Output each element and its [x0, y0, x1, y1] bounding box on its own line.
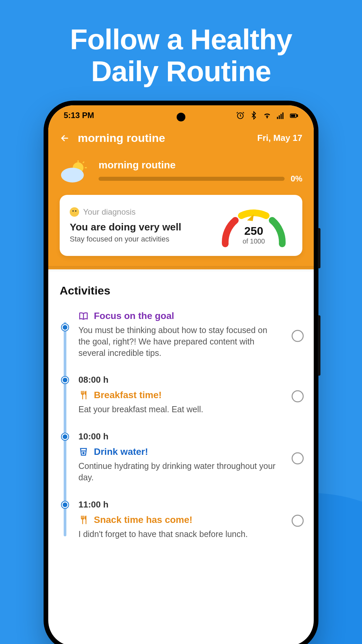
status-time: 5:13 PM	[64, 111, 94, 120]
weather-icon	[60, 160, 90, 183]
fork-icon	[78, 390, 88, 400]
fork-icon	[78, 515, 88, 525]
activity-desc: Continue hydrating by drinking water thr…	[78, 461, 302, 483]
alarm-icon	[236, 111, 245, 120]
svg-rect-3	[281, 114, 282, 119]
routine-label: morning routine	[99, 159, 302, 171]
activity-checkbox[interactable]	[292, 390, 304, 402]
activity-title: Focus on the goal	[94, 311, 174, 321]
activities-timeline: Focus on the goal You must be thinking a…	[60, 311, 302, 540]
svg-point-14	[83, 452, 84, 454]
activity-desc: Eat your breakfast meal. Eat well.	[78, 404, 302, 415]
wifi-icon	[263, 111, 272, 120]
activity-title: Drink water!	[94, 446, 148, 457]
activity-item[interactable]: 10:00 h Drink water! Continue hydrating …	[78, 431, 302, 483]
activity-item[interactable]: 08:00 h Breakfast time! Eat your breakfa…	[78, 375, 302, 415]
activity-checkbox[interactable]	[292, 330, 304, 342]
progress-bar	[99, 177, 285, 181]
activities-heading: Activities	[60, 284, 302, 297]
cup-icon	[78, 447, 88, 457]
diagnosis-subtitle: Stay focused on your activities	[70, 235, 208, 244]
book-icon	[78, 311, 88, 321]
phone-frame: 5:13 PM morning routine Fri, May 17 morn…	[44, 101, 318, 644]
bluetooth-icon	[249, 111, 258, 120]
app-bar: morning routine Fri, May 17	[48, 125, 314, 148]
svg-rect-6	[297, 115, 298, 117]
svg-rect-2	[279, 115, 280, 119]
timeline-dot	[62, 501, 68, 508]
diagnosis-hint: Your diagnosis	[83, 207, 136, 217]
routine-header: morning routine 0% Your diagnosis You ar…	[48, 148, 314, 269]
battery-icon	[290, 111, 298, 120]
timeline-dot	[62, 324, 68, 331]
activity-item[interactable]: 11:00 h Snack time has come! I didn't fo…	[78, 499, 302, 540]
activity-title: Breakfast time!	[94, 390, 162, 400]
svg-rect-1	[277, 117, 278, 119]
timeline-dot	[62, 433, 68, 440]
diagnosis-card[interactable]: Your diagnosis You are doing very well S…	[60, 195, 302, 256]
back-icon[interactable]	[60, 133, 70, 143]
progress-percent: 0%	[291, 174, 302, 183]
diagnosis-title: You are doing very well	[70, 221, 208, 233]
activity-desc: You must be thinking about how to stay f…	[78, 325, 302, 359]
activity-title: Snack time has come!	[94, 515, 192, 525]
smiley-icon	[70, 207, 79, 217]
svg-line-11	[83, 162, 84, 163]
hero-title: Follow a HealthyDaily Routine	[0, 23, 362, 87]
status-icons	[236, 111, 298, 120]
svg-rect-7	[291, 115, 295, 117]
activity-time: 08:00 h	[78, 375, 302, 385]
signal-icon	[276, 111, 285, 120]
activity-time: 10:00 h	[78, 431, 302, 442]
timeline-dot	[62, 377, 68, 383]
appbar-date: Fri, May 17	[257, 133, 302, 143]
activity-time: 11:00 h	[78, 499, 302, 510]
svg-point-12	[61, 168, 84, 182]
activity-checkbox[interactable]	[292, 515, 304, 527]
activity-item[interactable]: Focus on the goal You must be thinking a…	[78, 311, 302, 359]
appbar-title: morning routine	[78, 131, 249, 145]
gauge: 250 of 1000	[215, 204, 292, 247]
activity-checkbox[interactable]	[292, 452, 304, 465]
activity-desc: I didn't forget to have that snack befor…	[78, 529, 302, 540]
svg-rect-4	[282, 112, 283, 119]
